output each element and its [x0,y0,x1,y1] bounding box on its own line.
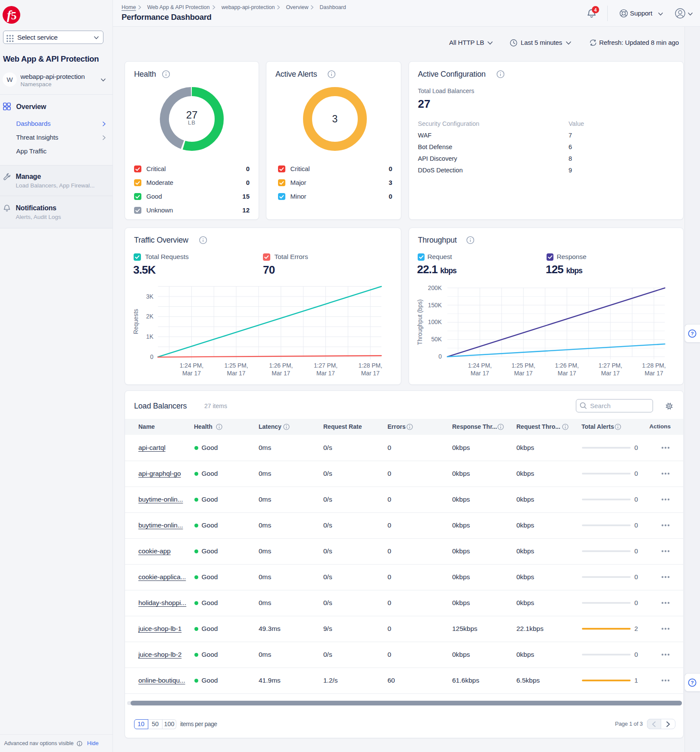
svg-text:5: 5 [11,9,17,22]
svg-text:?: ? [691,680,694,685]
svg-text:?: ? [691,331,694,336]
